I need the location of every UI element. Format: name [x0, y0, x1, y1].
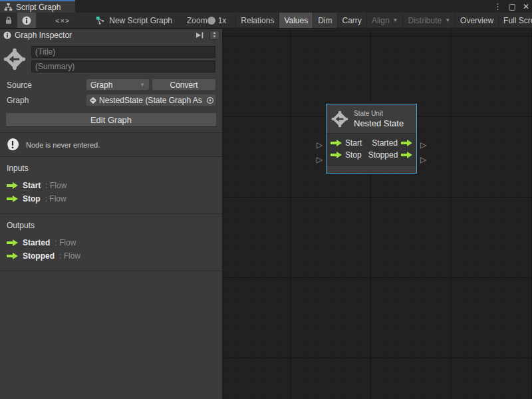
node-body: Start Started Stop Stopped: [327, 133, 416, 166]
warning-text: Node is never entered.: [26, 141, 100, 149]
overview-button[interactable]: Overview: [455, 13, 498, 29]
carry-toggle[interactable]: Carry: [337, 13, 366, 29]
port-type: : Flow: [55, 238, 76, 247]
edit-graph-label: Edit Graph: [90, 115, 132, 125]
distribute-dropdown[interactable]: Distribute ▼: [402, 13, 455, 29]
graph-title-input[interactable]: [31, 46, 215, 58]
source-row: Source Graph ▼ Convert: [0, 78, 222, 92]
port-name: Started: [23, 238, 50, 247]
nested-state-node[interactable]: State Unit Nested State Start Started: [326, 104, 417, 174]
align-label: Align: [372, 16, 390, 25]
script-graph-icon: [96, 16, 105, 25]
node-port-row: Stop Stopped: [327, 149, 416, 161]
port-name: Stopped: [23, 251, 55, 261]
flow-arrow-icon[interactable]: [331, 152, 342, 158]
new-script-graph-button[interactable]: New Script Graph: [89, 13, 179, 29]
chevron-down-icon: ▼: [393, 17, 398, 23]
relations-label: Relations: [241, 16, 274, 25]
port-name: Stop: [23, 194, 41, 203]
port-name: Start: [23, 181, 41, 190]
toolbar-toggle-group: Relations Values Dim Carry Align ▼ Distr…: [235, 13, 532, 29]
warning-bubble-icon: [5, 138, 20, 152]
output-port-row: Started : Flow: [0, 236, 222, 249]
values-toggle[interactable]: Values: [279, 13, 313, 29]
output-port-label[interactable]: Stopped: [368, 150, 398, 160]
flow-arrow-icon[interactable]: [331, 140, 342, 146]
convert-button[interactable]: Convert: [152, 79, 215, 90]
fullscreen-label: Full Screen: [503, 16, 532, 25]
menu-icon[interactable]: ⋮: [494, 2, 502, 11]
spinner-down-icon[interactable]: ▼: [213, 35, 217, 39]
input-port-row: Stop : Flow: [0, 192, 222, 205]
panel-scroll-spinner[interactable]: ▲ ▼: [209, 31, 219, 40]
zoom-slider-handle[interactable]: [207, 17, 215, 25]
overview-label: Overview: [460, 16, 493, 25]
port-connector-triangle[interactable]: ▷: [317, 156, 323, 164]
lock-button[interactable]: [0, 13, 17, 29]
node-footer: [327, 166, 416, 173]
port-connector-triangle[interactable]: ▷: [317, 141, 323, 149]
input-port-row: Start : Flow: [0, 179, 222, 192]
node-kind: State Unit: [354, 110, 404, 117]
flow-arrow-icon: [7, 196, 18, 202]
flow-arrow-icon[interactable]: [401, 140, 412, 146]
zoom-value: 1x: [218, 16, 227, 25]
dim-toggle[interactable]: Dim: [313, 13, 336, 29]
flow-arrow-icon[interactable]: [401, 152, 412, 158]
graph-canvas[interactable]: State Unit Nested State Start Started: [223, 29, 532, 399]
inspector-toggle-button[interactable]: [17, 13, 36, 29]
graph-summary-input[interactable]: [31, 61, 215, 72]
window-content: Graph Inspector ▲ ▼: [0, 29, 532, 399]
code-view-button[interactable]: <×>: [36, 13, 89, 29]
source-dropdown[interactable]: Graph ▼: [86, 79, 149, 90]
graph-inspector-panel: Graph Inspector ▲ ▼: [0, 29, 223, 399]
port-connector-triangle[interactable]: ▷: [420, 156, 426, 164]
source-label: Source: [7, 80, 86, 90]
maximize-icon[interactable]: ▢: [509, 2, 516, 11]
edit-graph-button[interactable]: Edit Graph: [6, 113, 216, 126]
graph-object-field[interactable]: NestedState (State Graph As: [86, 94, 215, 106]
chevron-down-icon: ▼: [140, 82, 145, 88]
outputs-title: Outputs: [0, 219, 222, 236]
object-picker-icon[interactable]: [206, 96, 214, 104]
tab-title: Script Graph: [16, 3, 61, 12]
dim-label: Dim: [318, 16, 332, 25]
node-title: Nested State: [354, 118, 404, 128]
chevron-down-icon: ▼: [445, 17, 450, 23]
convert-label: Convert: [170, 80, 198, 90]
output-port-label[interactable]: Started: [372, 138, 398, 148]
state-unit-icon: [331, 110, 348, 128]
tab-script-graph[interactable]: Script Graph: [0, 0, 75, 13]
new-script-graph-label: New Script Graph: [109, 16, 172, 25]
close-icon[interactable]: ✕: [523, 2, 529, 11]
inputs-title: Inputs: [0, 162, 222, 179]
warning-box: Node is never entered.: [0, 133, 222, 157]
dock-panel-icon[interactable]: [194, 31, 206, 40]
source-value: Graph: [90, 80, 136, 90]
state-graph-asset-icon: [89, 96, 97, 104]
node-header[interactable]: State Unit Nested State: [327, 104, 416, 133]
flow-arrow-icon: [7, 253, 18, 259]
graph-toolbar: <×> New Script Graph Zoom 1x Relations V…: [0, 13, 532, 29]
window-controls: ⋮ ▢ ✕: [494, 0, 529, 13]
values-label: Values: [284, 16, 308, 25]
graph-row: Graph NestedState (State Graph As: [0, 93, 222, 107]
relations-toggle[interactable]: Relations: [235, 13, 279, 29]
input-port-label[interactable]: Start: [345, 138, 362, 148]
input-port-label[interactable]: Stop: [345, 150, 362, 160]
align-dropdown[interactable]: Align ▼: [366, 13, 403, 29]
state-unit-icon: [3, 48, 26, 72]
info-icon: [22, 16, 31, 25]
distribute-label: Distribute: [408, 16, 442, 25]
port-connector-triangle[interactable]: ▷: [420, 141, 426, 149]
port-type: : Flow: [45, 194, 66, 203]
flow-arrow-icon: [7, 239, 18, 246]
fullscreen-button[interactable]: Full Screen: [498, 13, 532, 29]
lock-icon: [5, 16, 13, 25]
graph-meta-fields: [0, 40, 222, 76]
graph-object-value: NestedState (State Graph As: [99, 96, 204, 105]
node-port-row: Start Started: [327, 137, 416, 149]
carry-label: Carry: [342, 16, 362, 25]
inspector-header: Graph Inspector ▲ ▼: [0, 29, 222, 40]
graph-hierarchy-icon: [4, 3, 13, 11]
